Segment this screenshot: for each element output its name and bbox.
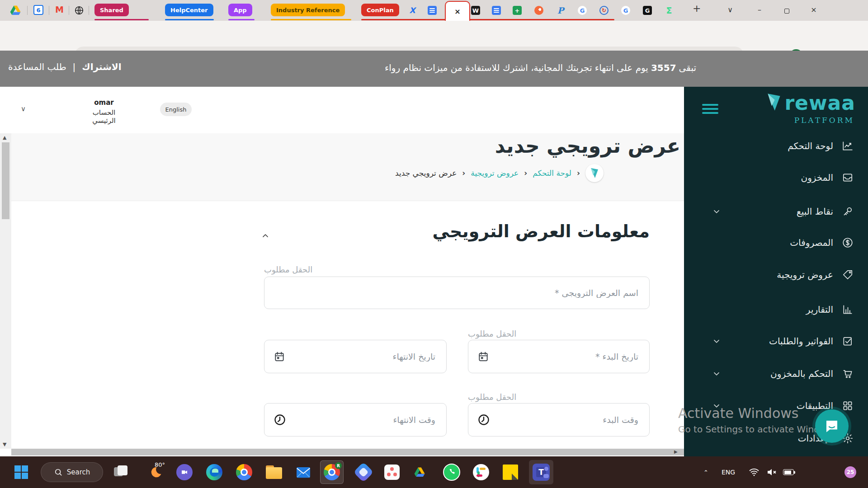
- tab-group-shared[interactable]: Shared: [94, 4, 129, 16]
- rewaa-logo-subtext: PLATFORM: [794, 116, 854, 125]
- sticky-notes-app[interactable]: [503, 465, 518, 480]
- battery-icon[interactable]: [783, 469, 795, 475]
- calendar-icon[interactable]: [477, 351, 489, 362]
- slack-app[interactable]: [473, 464, 489, 480]
- mail-app[interactable]: [296, 465, 311, 479]
- tab-search-chevron[interactable]: ∨: [723, 5, 737, 14]
- google-tab[interactable]: G: [577, 5, 588, 16]
- google-tab-2[interactable]: G: [620, 5, 631, 16]
- calendar-pinned-tab[interactable]: 6: [33, 5, 43, 15]
- globe-pinned-tab[interactable]: [74, 5, 84, 15]
- docs-tab[interactable]: [427, 5, 438, 16]
- windows-start-button[interactable]: [14, 465, 28, 479]
- horizontal-scrollbar[interactable]: ▶: [11, 449, 684, 455]
- vertical-scroll-thumb[interactable]: [2, 142, 9, 219]
- close-window-button[interactable]: ×: [807, 5, 821, 14]
- google-drive-app[interactable]: [414, 467, 425, 477]
- gmail-pinned-tab[interactable]: M: [55, 5, 64, 14]
- promotion-name-field[interactable]: [264, 277, 650, 309]
- start-time-input[interactable]: [468, 404, 649, 436]
- breadcrumb-dashboard-link[interactable]: لوحة التحكم: [533, 169, 571, 178]
- tab-group-industry-reference[interactable]: Industry Reference: [271, 4, 345, 16]
- tray-expand-chevron[interactable]: ⌃: [703, 469, 708, 476]
- chevron-down-icon[interactable]: [712, 337, 721, 346]
- edge-app[interactable]: [206, 464, 222, 480]
- calendar-icon[interactable]: [274, 351, 285, 362]
- chevron-down-icon[interactable]: [712, 207, 721, 216]
- clock-icon[interactable]: [477, 413, 490, 426]
- chrome-profile-app-active[interactable]: R: [320, 460, 344, 484]
- close-tab-icon[interactable]: ×: [454, 7, 460, 16]
- clipchamp-app[interactable]: [176, 464, 193, 480]
- sidebar-item-stock-control[interactable]: التحكم بالمخزون: [684, 364, 868, 384]
- confluence-tab[interactable]: X: [407, 5, 418, 16]
- minimize-button[interactable]: –: [753, 5, 766, 14]
- collapse-section-chevron-icon[interactable]: [261, 231, 270, 240]
- tray-language[interactable]: ENG: [722, 469, 735, 476]
- end-time-input[interactable]: [264, 404, 446, 436]
- start-date-field[interactable]: [468, 340, 650, 373]
- scroll-up-arrow[interactable]: ▲: [3, 135, 6, 141]
- browser-tab-strip: 6 M Shared HelpCenter App Industry Refer…: [0, 0, 868, 21]
- end-date-field[interactable]: [264, 340, 447, 373]
- user-account-block[interactable]: omar الحساب الرئيسي: [81, 99, 127, 125]
- sidebar-item-inventory[interactable]: المخزون: [684, 168, 868, 188]
- sidebar-item-pos[interactable]: نقاط البيع: [684, 202, 868, 221]
- sidebar-item-reports[interactable]: التقارير: [684, 300, 868, 319]
- gblack-tab[interactable]: G: [642, 5, 653, 16]
- semrush-tab[interactable]: [533, 5, 544, 16]
- restore-button[interactable]: [780, 7, 793, 15]
- sidebar-item-expenses[interactable]: المصروفات: [684, 233, 868, 253]
- account-label: الحساب الرئيسي: [81, 108, 127, 125]
- chevron-down-icon[interactable]: [712, 369, 721, 378]
- taskbar-search[interactable]: Search: [41, 462, 103, 482]
- form-section-title: معلومات العرض الترويجي: [433, 221, 650, 241]
- clock-icon[interactable]: [274, 413, 286, 426]
- word-tab[interactable]: W: [470, 5, 481, 16]
- sidebar-item-dashboard[interactable]: لوحة التحكم: [684, 136, 868, 156]
- pinterest-tab[interactable]: P: [555, 5, 566, 16]
- task-view-button[interactable]: [114, 465, 127, 479]
- chat-support-button[interactable]: [815, 409, 849, 443]
- end-time-field[interactable]: [264, 403, 447, 436]
- subscribe-link[interactable]: الاشتراك: [82, 61, 121, 72]
- teams-app[interactable]: T: [529, 460, 553, 484]
- end-date-input[interactable]: [264, 340, 446, 373]
- whatsapp-app[interactable]: [443, 464, 460, 481]
- sigma-tab[interactable]: Σ: [664, 5, 675, 16]
- tab-group-helpcenter[interactable]: HelpCenter: [165, 4, 213, 16]
- sync-tab[interactable]: ↻: [599, 5, 609, 16]
- chrome-app[interactable]: [236, 464, 252, 480]
- tab-group-app[interactable]: App: [228, 4, 252, 16]
- breadcrumb-promotions-link[interactable]: عروض ترويجية: [471, 169, 519, 178]
- new-tab-button[interactable]: +: [693, 3, 701, 14]
- drive-pinned-tab[interactable]: [10, 5, 21, 15]
- dashboard-icon: [842, 140, 854, 152]
- account-chevron-down-icon[interactable]: ∨: [21, 105, 26, 113]
- active-tab[interactable]: ×: [445, 1, 470, 21]
- promotion-name-input[interactable]: [264, 277, 649, 309]
- docs-tab-2[interactable]: [491, 5, 502, 16]
- scroll-down-arrow[interactable]: ▼: [3, 441, 6, 447]
- asana-app[interactable]: [384, 465, 400, 480]
- vertical-scrollbar[interactable]: ▲ ▼: [0, 133, 11, 449]
- start-date-input[interactable]: [468, 340, 649, 373]
- notification-badge[interactable]: 25: [844, 466, 856, 478]
- volume-muted-icon[interactable]: [766, 467, 778, 478]
- chevron-down-icon[interactable]: [712, 401, 721, 410]
- hamburger-menu-icon[interactable]: [702, 104, 718, 114]
- help-request-link[interactable]: طلب المساعدة: [8, 61, 66, 72]
- expenses-icon: [842, 237, 854, 249]
- sheets-tab[interactable]: +: [512, 5, 523, 16]
- start-time-field[interactable]: [468, 403, 650, 436]
- sidebar-item-invoices[interactable]: الفواتير والطلبات: [684, 331, 868, 351]
- file-explorer-app[interactable]: [266, 465, 282, 479]
- language-toggle-button[interactable]: English: [160, 103, 192, 116]
- loop-app[interactable]: [356, 465, 371, 479]
- scroll-right-arrow[interactable]: ▶: [674, 449, 678, 454]
- tab-group-conplan[interactable]: ConPlan: [361, 4, 399, 16]
- weather-widget[interactable]: 80°: [143, 465, 168, 479]
- wifi-icon[interactable]: [749, 467, 760, 478]
- sidebar-item-promotions[interactable]: عروض ترويجية: [684, 265, 868, 285]
- rewaa-logo-mark-icon: [766, 92, 782, 112]
